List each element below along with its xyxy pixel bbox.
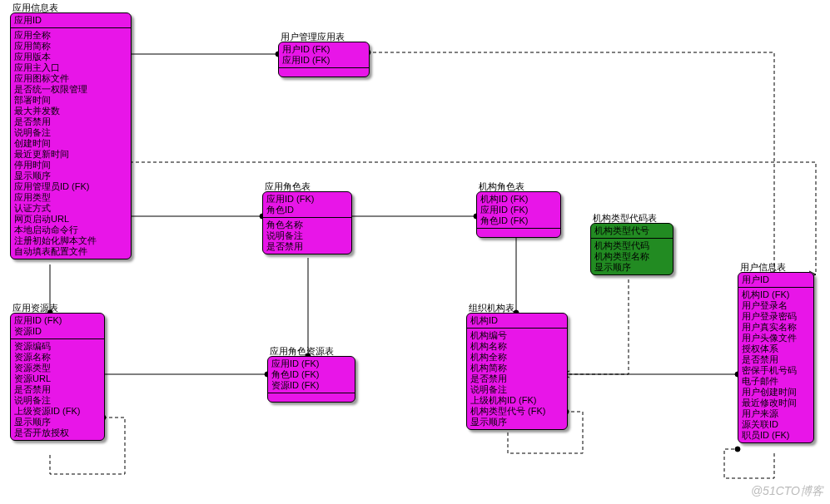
attr-section: 资源编码资源名称资源类型资源URL是否禁用说明备注上级资源ID (FK)显示顺序… xyxy=(11,339,104,440)
attr-field: 源关联ID xyxy=(742,419,810,430)
attr-field: 角色名称 xyxy=(266,220,348,230)
attr-field: 是否禁用 xyxy=(14,384,101,395)
pk-field: 应用ID (FK) xyxy=(271,358,351,369)
watermark: @51CTO博客 xyxy=(751,484,823,499)
attr-field: 本地启动命令行 xyxy=(14,225,127,235)
entity-title: 应用资源表 xyxy=(12,302,58,314)
attr-field: 是否禁用 xyxy=(14,116,127,127)
attr-section: 应用全称应用简称应用版本应用主入口应用图标文件是否统一权限管理部署时间最大并发数… xyxy=(11,28,131,259)
attr-section: 机构编号机构名称机构全称机构简称是否禁用说明备注上级机构ID (FK)机构类型代… xyxy=(467,329,567,429)
attr-field: 机构ID (FK) xyxy=(742,289,810,300)
entity-title: 组织机构表 xyxy=(469,302,514,314)
entity-title: 机构类型代码表 xyxy=(593,212,657,225)
attr-field: 最大并发数 xyxy=(14,106,127,116)
attr-field: 部署时间 xyxy=(14,95,127,106)
entity-title: 用户管理应用表 xyxy=(281,31,345,43)
attr-field: 用户登录名 xyxy=(742,300,810,311)
pk-field: 机构ID (FK) xyxy=(480,194,557,205)
entity-title: 机构角色表 xyxy=(479,180,524,193)
entity-org_role[interactable]: 机构角色表机构ID (FK)应用ID (FK)角色ID (FK) xyxy=(476,191,561,238)
attr-field: 是否禁用 xyxy=(742,354,810,365)
attr-field: 是否统一权限管理 xyxy=(14,84,127,95)
attr-field: 应用简称 xyxy=(14,41,127,52)
attr-field: 用户来源 xyxy=(742,408,810,419)
attr-field: 创建时间 xyxy=(14,138,127,149)
attr-field: 机构简称 xyxy=(470,363,564,373)
pk-field: 机构ID xyxy=(470,315,564,326)
entity-title: 应用信息表 xyxy=(12,2,58,14)
attr-section-empty xyxy=(477,229,560,237)
attr-field: 资源名称 xyxy=(14,352,101,363)
attr-field: 机构类型名称 xyxy=(594,251,669,262)
pk-field: 应用ID (FK) xyxy=(282,55,365,66)
attr-field: 应用管理员ID (FK) xyxy=(14,181,127,192)
attr-section: 角色名称说明备注是否禁用 xyxy=(263,218,351,254)
entity-app_resource[interactable]: 应用资源表应用ID (FK)资源ID资源编码资源名称资源类型资源URL是否禁用说… xyxy=(10,313,105,441)
attr-field: 应用版本 xyxy=(14,52,127,62)
entity-app_role[interactable]: 应用角色表应用ID (FK)角色ID角色名称说明备注是否禁用 xyxy=(262,191,352,254)
attr-section: 机构类型代码机构类型名称显示顺序 xyxy=(591,239,673,274)
attr-field: 说明备注 xyxy=(14,127,127,138)
attr-field: 显示顺序 xyxy=(14,170,127,181)
attr-field: 上级资源ID (FK) xyxy=(14,406,101,417)
pk-section: 用户ID xyxy=(738,273,813,288)
attr-field: 用户创建时间 xyxy=(742,387,810,398)
attr-field: 用户头像文件 xyxy=(742,333,810,343)
attr-field: 说明备注 xyxy=(266,230,348,241)
entity-app_role_resource[interactable]: 应用角色资源表应用ID (FK)角色ID (FK)资源ID (FK) xyxy=(267,356,355,403)
attr-field: 密保手机号码 xyxy=(742,365,810,376)
attr-field: 机构全称 xyxy=(470,352,564,363)
pk-section: 应用ID (FK)角色ID (FK)资源ID (FK) xyxy=(268,357,355,393)
attr-section-empty xyxy=(279,68,369,77)
attr-field: 机构类型代号 (FK) xyxy=(470,406,564,417)
pk-field: 应用ID xyxy=(14,15,127,26)
attr-section: 机构ID (FK)用户登录名用户登录密码用户真实名称用户头像文件授权体系是否禁用… xyxy=(738,288,813,442)
pk-field: 机构类型代号 xyxy=(594,225,669,236)
pk-field: 用户ID (FK) xyxy=(282,44,365,55)
attr-field: 资源URL xyxy=(14,373,101,384)
pk-field: 应用ID (FK) xyxy=(14,315,101,326)
entity-org_type_code[interactable]: 机构类型代码表机构类型代号机构类型代码机构类型名称显示顺序 xyxy=(590,223,673,275)
attr-field: 上级机构ID (FK) xyxy=(470,395,564,406)
pk-field: 资源ID (FK) xyxy=(271,380,351,391)
attr-field: 应用全称 xyxy=(14,30,127,41)
attr-field: 机构类型代码 xyxy=(594,240,669,251)
attr-field: 是否禁用 xyxy=(266,241,348,252)
pk-field: 应用ID (FK) xyxy=(480,205,557,215)
pk-field: 角色ID (FK) xyxy=(480,215,557,226)
pk-field: 用户ID xyxy=(742,274,810,285)
entity-user_info[interactable]: 用户信息表用户ID机构ID (FK)用户登录名用户登录密码用户真实名称用户头像文… xyxy=(738,272,814,443)
attr-field: 机构名称 xyxy=(470,341,564,352)
pk-field: 资源ID xyxy=(14,326,101,337)
attr-field: 资源编码 xyxy=(14,341,101,352)
entity-title: 应用角色表 xyxy=(265,180,311,193)
pk-section: 机构ID xyxy=(467,314,567,329)
attr-field: 停用时间 xyxy=(14,160,127,170)
attr-field: 电子邮件 xyxy=(742,376,810,387)
attr-section-empty xyxy=(268,393,355,402)
attr-field: 用户登录密码 xyxy=(742,311,810,322)
entity-user_mgmt_app[interactable]: 用户管理应用表用户ID (FK)应用ID (FK) xyxy=(278,42,370,77)
attr-field: 注册初始化脚本文件 xyxy=(14,235,127,246)
pk-field: 应用ID (FK) xyxy=(266,194,348,205)
attr-field: 职员ID (FK) xyxy=(742,430,810,441)
entity-org[interactable]: 组织机构表机构ID机构编号机构名称机构全称机构简称是否禁用说明备注上级机构ID … xyxy=(466,313,568,430)
attr-field: 资源类型 xyxy=(14,363,101,373)
attr-field: 是否禁用 xyxy=(470,373,564,384)
attr-field: 应用主入口 xyxy=(14,62,127,73)
attr-field: 说明备注 xyxy=(470,384,564,395)
attr-field: 最近更新时间 xyxy=(14,149,127,160)
pk-section: 机构类型代号 xyxy=(591,224,673,239)
entity-app_info[interactable]: 应用信息表应用ID应用全称应用简称应用版本应用主入口应用图标文件是否统一权限管理… xyxy=(10,12,132,259)
entity-title: 用户信息表 xyxy=(740,261,786,274)
pk-section: 应用ID xyxy=(11,13,131,28)
attr-field: 机构编号 xyxy=(470,330,564,341)
pk-section: 机构ID (FK)应用ID (FK)角色ID (FK) xyxy=(477,192,560,229)
attr-field: 说明备注 xyxy=(14,395,101,406)
attr-field: 显示顺序 xyxy=(594,262,669,273)
attr-field: 应用类型 xyxy=(14,192,127,203)
attr-field: 认证方式 xyxy=(14,203,127,214)
pk-section: 用户ID (FK)应用ID (FK) xyxy=(279,42,369,68)
attr-field: 最近修改时间 xyxy=(742,398,810,408)
pk-field: 角色ID (FK) xyxy=(271,369,351,380)
